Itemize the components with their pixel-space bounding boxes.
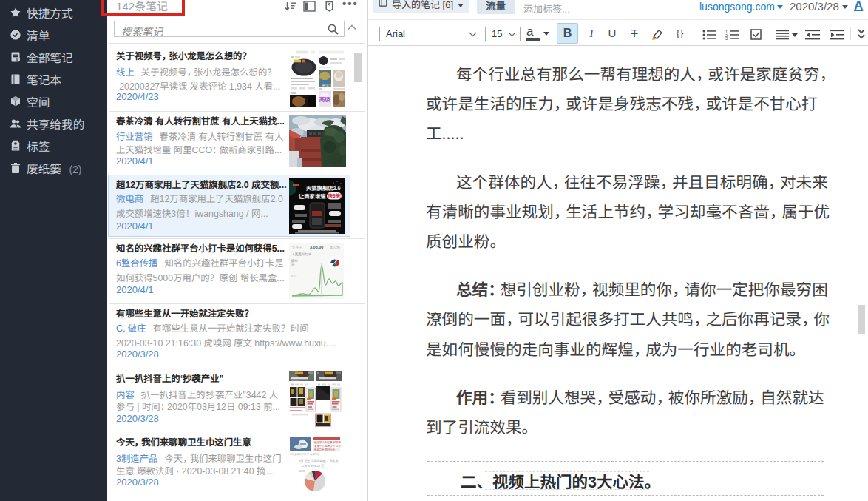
svg-text:高级: 高级 <box>319 96 331 103</box>
svg-text:• 恩恩时红米: • 恩恩时红米 <box>293 252 312 256</box>
svg-text:8.07: 8.07 <box>291 274 298 278</box>
svg-text:来深宫: 来深宫 <box>322 83 333 88</box>
svg-text:米: 米 <box>291 263 295 266</box>
svg-text:直播中心 免费设计 特价清仓: 直播中心 免费设计 特价清仓 <box>314 444 341 448</box>
svg-text:土丹干: 土丹干 <box>291 245 302 249</box>
svg-text:快3倍!: 快3倍! <box>328 193 342 198</box>
svg-text:3月 卫生巾品牌观察：马应龙: 3月 卫生巾品牌观察：马应龙 <box>299 459 339 463</box>
svg-text:266: 266 <box>299 469 305 473</box>
svg-text:3: 3 <box>725 36 728 40</box>
svg-text:8.72%: 8.72% <box>330 246 340 249</box>
svg-text:让商家增速: 让商家增速 <box>298 192 326 199</box>
svg-text:3,06,00: 3,06,00 <box>310 245 323 249</box>
svg-text:72.8% 999.28 卫: 72.8% 999.28 卫 <box>301 464 324 468</box>
svg-text:经济学 八卦红黑 好物测评: 经济学 八卦红黑 好物测评 <box>314 440 341 444</box>
svg-text:新品首发 限时秒杀: 新品首发 限时秒杀 <box>314 448 336 451</box>
svg-text:01 全棉时代官方 独家报告: 01 全棉时代官方 独家报告 <box>291 452 320 456</box>
